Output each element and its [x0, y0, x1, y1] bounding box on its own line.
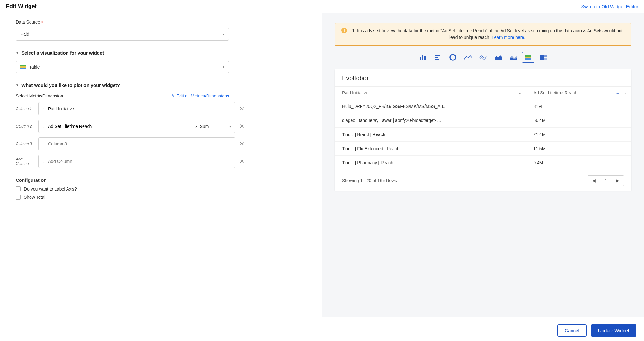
- column-3-input[interactable]: [46, 138, 235, 150]
- drag-handle-icon[interactable]: ⋮⋮: [39, 120, 46, 133]
- svg-rect-2: [424, 56, 426, 60]
- learn-more-link[interactable]: Learn more here.: [492, 35, 525, 40]
- show-total-label: Show Total: [24, 195, 45, 200]
- remove-column-icon[interactable]: ✕: [239, 105, 245, 112]
- visualization-header[interactable]: ▼ Select a visualization for your widget: [16, 50, 312, 55]
- chart-type-table[interactable]: [522, 52, 534, 63]
- table-row[interactable]: diageo | tanqueray | awar | aonfy20-broa…: [335, 113, 631, 128]
- label-axis-row: Do you want to Label Axis?: [16, 186, 312, 191]
- column-row-add: Add Column ⋮⋮ ✕: [16, 155, 245, 168]
- plot-header[interactable]: ▼ What would you like to plot on your wi…: [16, 82, 312, 88]
- visualization-value: Table: [29, 65, 40, 70]
- drag-handle-icon[interactable]: ⋮⋮: [39, 102, 46, 115]
- table-row[interactable]: Tinuiti | Flu Extended | Reach11.5M: [335, 142, 631, 156]
- aggregation-value: Sum: [200, 124, 209, 129]
- add-column-input[interactable]: [46, 155, 235, 168]
- svg-point-10: [470, 55, 471, 56]
- column-input-wrap: ⋮⋮: [38, 102, 235, 115]
- preview-table: Paid Initiative ⌄ Ad Set Lifetime Reach …: [335, 86, 631, 170]
- column-input-wrap: ⋮⋮: [38, 155, 235, 168]
- column-header-initiative[interactable]: Paid Initiative ⌄: [335, 87, 526, 99]
- table-row[interactable]: Tinuiti | Brand | Reach21.4M: [335, 128, 631, 142]
- column-row-3: Column 3 ⋮⋮ ✕: [16, 137, 245, 150]
- remove-column-icon[interactable]: ✕: [239, 123, 245, 130]
- svg-rect-15: [540, 55, 544, 60]
- svg-rect-3: [435, 55, 440, 56]
- column-1-input[interactable]: [46, 102, 235, 115]
- svg-point-6: [450, 55, 456, 60]
- caret-down-icon: ▼: [16, 51, 19, 55]
- drag-handle-icon[interactable]: ⋮⋮: [39, 155, 46, 168]
- svg-point-9: [468, 57, 469, 58]
- label-axis-label: Do you want to Label Axis?: [24, 186, 77, 191]
- column-2-input[interactable]: [46, 120, 191, 133]
- chart-type-donut[interactable]: [447, 52, 459, 63]
- show-total-row: Show Total: [16, 195, 312, 200]
- data-source-value: Paid: [20, 32, 29, 37]
- svg-rect-17: [544, 58, 547, 60]
- svg-marker-12: [495, 55, 502, 60]
- data-source-select[interactable]: Paid ▾: [16, 28, 229, 41]
- visualization-section: ▼ Select a visualization for your widget…: [16, 50, 312, 73]
- info-icon: i: [341, 28, 347, 33]
- remove-column-icon[interactable]: ✕: [239, 140, 245, 147]
- svg-rect-5: [435, 59, 439, 60]
- chart-type-bar[interactable]: [416, 52, 429, 63]
- svg-point-8: [466, 56, 467, 57]
- column-header-reach[interactable]: Ad Set Lifetime Reach ≡↓ ⌄: [526, 87, 631, 99]
- chevron-down-icon: ▾: [223, 65, 224, 69]
- drag-handle-icon[interactable]: ⋮⋮: [39, 138, 46, 150]
- chart-type-stacked-area[interactable]: [507, 52, 519, 63]
- configuration-section: Configuration Do you want to Label Axis?…: [16, 177, 312, 200]
- main-content: Data Source Paid ▾ ▼ Select a visualizat…: [0, 13, 644, 317]
- aggregation-select[interactable]: Σ Sum ▾: [191, 120, 235, 133]
- chevron-down-icon: ⌄: [518, 91, 521, 95]
- table-icon: [525, 55, 531, 60]
- switch-editor-link[interactable]: Switch to Old Widget Editor: [581, 4, 638, 9]
- edit-all-link[interactable]: ✎ Edit all Metrics/Dimensions: [171, 93, 229, 98]
- select-metric-label: Select Metric/Dimension: [16, 93, 63, 98]
- column-input-wrap: ⋮⋮: [38, 137, 235, 150]
- chevron-down-icon: ▾: [223, 32, 224, 36]
- sigma-icon: Σ: [195, 124, 198, 129]
- row-count: Showing 1 - 20 of 165 Rows: [342, 178, 397, 183]
- next-page-button[interactable]: ▶: [612, 176, 624, 186]
- preview-card: Evoltobor Paid Initiative ⌄ Ad Set Lifet…: [335, 69, 631, 191]
- page-title: Edit Widget: [6, 3, 37, 10]
- preview-title: Evoltobor: [335, 69, 631, 86]
- chart-type-treemap[interactable]: [537, 52, 550, 63]
- caret-down-icon: ▼: [16, 83, 19, 87]
- table-row[interactable]: Hulu_DRFY20Q2_FB/IG/IGS/FBS/MK/MS/MSS_Au…: [335, 99, 631, 113]
- sort-desc-icon: ≡↓: [616, 91, 621, 95]
- column-label: Add Column: [16, 157, 35, 166]
- plot-section: ▼ What would you like to plot on your wi…: [16, 82, 312, 168]
- preview-footer: Showing 1 - 20 of 165 Rows ◀ 1 ▶: [335, 170, 631, 191]
- visualization-select[interactable]: Table ▾: [16, 61, 229, 73]
- chart-type-line[interactable]: [462, 52, 474, 63]
- svg-rect-4: [435, 57, 438, 58]
- column-row-1: Column 1 ⋮⋮ ✕: [16, 102, 245, 115]
- pager: ◀ 1 ▶: [588, 175, 624, 186]
- info-alert: i 1. It is advised to view the data for …: [335, 23, 631, 46]
- data-source-section: Data Source Paid ▾: [16, 19, 312, 41]
- pencil-icon: ✎: [171, 93, 175, 98]
- chart-type-selector: [335, 52, 631, 63]
- column-row-2: Column 2 ⋮⋮ Σ Sum ▾ ✕: [16, 120, 245, 133]
- chevron-down-icon: ⌄: [624, 91, 627, 95]
- prev-page-button[interactable]: ◀: [588, 176, 600, 186]
- show-total-checkbox[interactable]: [16, 195, 21, 200]
- column-input-wrap: ⋮⋮ Σ Sum ▾: [38, 120, 235, 133]
- svg-rect-1: [422, 55, 423, 60]
- configuration-title: Configuration: [16, 177, 312, 183]
- chart-type-multi-line[interactable]: [477, 52, 489, 63]
- page-number[interactable]: 1: [600, 176, 612, 186]
- table-row[interactable]: Tinuiti | Pharmacy | Reach9.4M: [335, 156, 631, 170]
- label-axis-checkbox[interactable]: [16, 186, 21, 191]
- column-label: Column 2: [16, 124, 35, 129]
- left-panel: Data Source Paid ▾ ▼ Select a visualizat…: [0, 13, 322, 317]
- metric-header: Select Metric/Dimension ✎ Edit all Metri…: [16, 93, 229, 98]
- chart-type-area[interactable]: [492, 52, 504, 63]
- chart-type-horizontal-bar[interactable]: [432, 52, 444, 63]
- page-header: Edit Widget Switch to Old Widget Editor: [0, 0, 644, 13]
- remove-column-icon[interactable]: ✕: [239, 158, 245, 165]
